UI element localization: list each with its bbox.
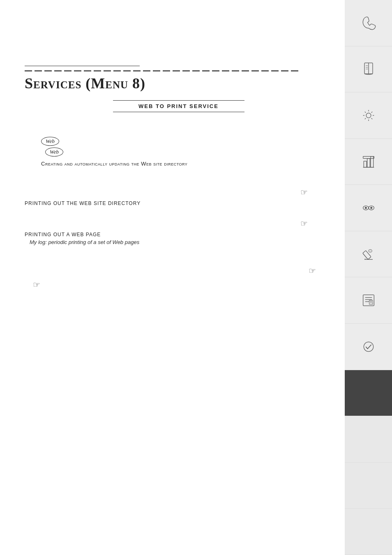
print-webpage-label: Printing out a Web Page	[25, 232, 332, 237]
book-icon	[358, 59, 379, 79]
sidebar-item-book[interactable]	[345, 46, 392, 93]
svg-line-11	[371, 118, 372, 120]
ref-icon-2	[300, 219, 308, 228]
svg-line-13	[364, 118, 366, 120]
creating-text: Creating and automatically updating the …	[41, 161, 332, 167]
svg-line-10	[364, 112, 366, 113]
svg-point-22	[370, 207, 372, 209]
svg-rect-17	[363, 156, 374, 158]
edit-icon	[358, 244, 379, 265]
web-oval-2: Web	[45, 147, 332, 158]
web-oval-1: Web	[41, 137, 332, 147]
sidebar-item-edit[interactable]	[345, 231, 392, 278]
svg-rect-15	[367, 158, 370, 167]
check-icon	[358, 336, 379, 357]
sidebar-item-check[interactable]	[345, 324, 392, 370]
sidebar-item-blank-1	[345, 416, 392, 463]
svg-point-34	[364, 342, 373, 351]
print-directory-label: Printing out the Web site directory	[25, 200, 332, 206]
print-webpage-section: Printing out a Web Page My log: periodic…	[25, 219, 332, 245]
sidebar-item-blank-2	[345, 463, 392, 509]
main-content: Services (Menu 8) Web to Print Service W…	[0, 0, 345, 555]
subtitle-bottom-line	[113, 112, 244, 112]
dashed-divider	[25, 70, 332, 71]
sidebar-item-list[interactable]	[345, 277, 392, 324]
svg-point-20	[364, 207, 367, 209]
chart-icon	[358, 152, 379, 172]
bottom-section	[25, 266, 332, 290]
svg-rect-14	[364, 161, 367, 167]
svg-rect-16	[371, 156, 374, 167]
sidebar-item-chart[interactable]	[345, 139, 392, 185]
settings-icon	[358, 105, 379, 126]
subtitle-section: Web to Print Service	[25, 100, 332, 112]
print-directory-section: Printing out the Web site directory	[25, 187, 332, 206]
svg-point-5	[366, 113, 371, 118]
ref-icon-left	[29, 280, 40, 290]
list-icon	[358, 290, 379, 311]
sidebar-item-blank-3	[345, 509, 392, 555]
mylog-text: My log: periodic printing of a set of We…	[30, 239, 332, 245]
svg-line-12	[371, 112, 372, 113]
top-divider-line	[25, 66, 140, 66]
ref-icon-right	[304, 266, 316, 276]
sidebar-item-settings[interactable]	[345, 92, 392, 139]
svg-point-26	[369, 249, 372, 252]
phone-icon	[358, 13, 379, 33]
right-sidebar	[345, 0, 392, 555]
web-icons-section: Web Web Creating and automatically updat…	[41, 137, 332, 167]
sidebar-item-services[interactable]	[345, 370, 392, 417]
sidebar-item-copy[interactable]	[345, 185, 392, 231]
sidebar-item-phone[interactable]	[345, 0, 392, 46]
copy-icon	[358, 198, 379, 218]
page-title: Services (Menu 8)	[25, 75, 332, 92]
ref-icon-1	[300, 187, 308, 197]
subtitle-text: Web to Print Service	[25, 101, 332, 112]
